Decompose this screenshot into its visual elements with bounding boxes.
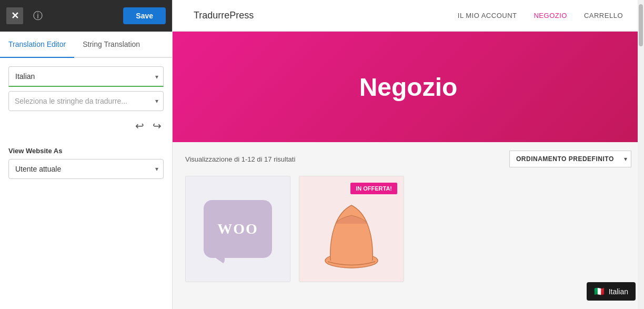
top-bar: ✕ ⓘ Save: [0, 0, 172, 32]
panel-content: Italian English French ▾ ▾ Seleziona le …: [0, 58, 172, 309]
scrollbar-thumb[interactable]: [639, 4, 643, 46]
woo-logo: WOO: [204, 200, 272, 258]
nav-link-carrello[interactable]: CARRELLO: [584, 12, 623, 19]
product-cards: WOO IN OFFERTA!: [185, 176, 631, 282]
nav-link-negozio[interactable]: NEGOZIO: [534, 12, 567, 19]
woo-text: WOO: [217, 221, 258, 237]
strings-select[interactable]: [8, 91, 164, 111]
undo-icon: ↩: [135, 119, 144, 132]
close-icon: ✕: [11, 10, 19, 22]
undo-redo-toolbar: ↩ ↪: [8, 117, 164, 134]
results-count: Visualizzazione di 1-12 di 17 risultati: [185, 155, 295, 163]
site-nav: IL MIO ACCOUNT NEGOZIO CARRELLO: [458, 12, 623, 19]
view-website-as-label: View Website As: [8, 147, 164, 155]
site-header: TradurrePress IL MIO ACCOUNT NEGOZIO CAR…: [173, 0, 644, 32]
site-logo: TradurrePress: [194, 10, 254, 21]
redo-icon: ↪: [153, 119, 162, 132]
redo-button[interactable]: ↪: [150, 117, 164, 134]
language-select[interactable]: Italian English French: [8, 66, 164, 87]
scrollbar[interactable]: [638, 0, 644, 309]
view-as-dropdown-wrapper: Utente attuale Administrator ▾: [8, 159, 164, 179]
preview-area: TradurrePress IL MIO ACCOUNT NEGOZIO CAR…: [173, 0, 644, 309]
view-website-as-section: View Website As Utente attuale Administr…: [8, 143, 164, 179]
left-panel: ✕ ⓘ Save Translation Editor String Trans…: [0, 0, 173, 309]
language-indicator[interactable]: 🇮🇹 Italian: [587, 282, 636, 301]
hat-svg: [320, 192, 383, 282]
product-card-hat[interactable]: IN OFFERTA!: [299, 176, 404, 282]
tabs-bar: Translation Editor String Translation: [0, 32, 172, 58]
info-button[interactable]: ⓘ: [29, 7, 46, 24]
tab-string-translation[interactable]: String Translation: [74, 32, 148, 58]
close-button[interactable]: ✕: [6, 7, 23, 24]
save-button[interactable]: Save: [123, 7, 166, 24]
product-card-woo[interactable]: WOO: [185, 176, 290, 282]
flag-icon: 🇮🇹: [594, 286, 605, 296]
product-card-woo-image: WOO: [186, 176, 290, 282]
badge-offerta: IN OFFERTA!: [350, 183, 397, 194]
sort-select[interactable]: ORDINAMENTO PREDEFINITO: [509, 151, 631, 167]
undo-button[interactable]: ↩: [133, 117, 146, 134]
strings-dropdown-wrapper: ▾ Seleziona le stringhe da tradurre...: [8, 91, 164, 111]
view-as-select[interactable]: Utente attuale Administrator: [8, 159, 164, 179]
info-icon: ⓘ: [33, 9, 43, 22]
language-dropdown-wrapper: Italian English French ▾: [8, 66, 164, 87]
sort-dropdown-wrapper: ORDINAMENTO PREDEFINITO ▾: [509, 151, 631, 167]
language-indicator-label: Italian: [609, 287, 628, 296]
tab-translation-editor[interactable]: Translation Editor: [0, 32, 74, 58]
nav-link-account[interactable]: IL MIO ACCOUNT: [458, 12, 517, 19]
hero-title: Negozio: [359, 73, 458, 102]
products-area: Visualizzazione di 1-12 di 17 risultati …: [173, 142, 644, 309]
products-toolbar: Visualizzazione di 1-12 di 17 risultati …: [185, 151, 631, 167]
hero-section: Negozio: [173, 32, 644, 142]
